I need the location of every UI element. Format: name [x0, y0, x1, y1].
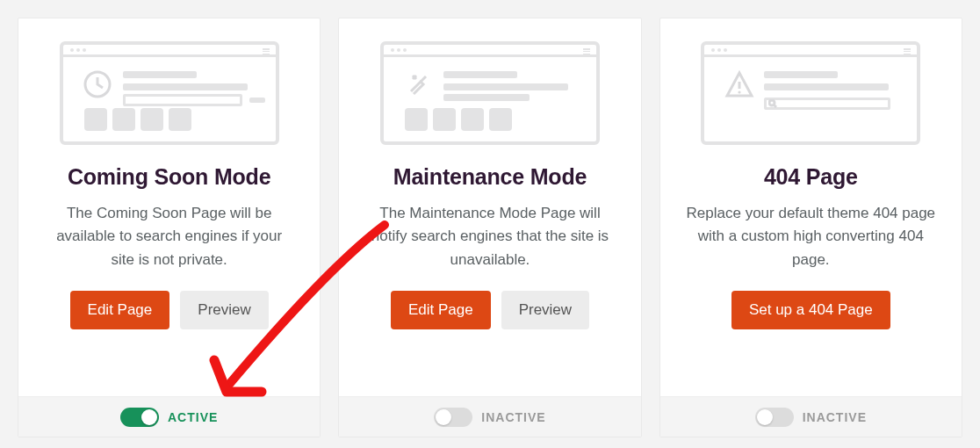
wireframe-coming-soon [60, 41, 279, 145]
cards-wrapper: Coming Soon Mode The Coming Soon Page wi… [0, 0, 980, 448]
card-maintenance: Maintenance Mode The Maintenance Mode Pa… [338, 18, 641, 437]
toggle-maintenance[interactable] [434, 408, 472, 427]
toggle-coming-soon[interactable] [120, 408, 159, 427]
preview-button[interactable]: Preview [501, 291, 589, 329]
svg-point-2 [769, 100, 775, 105]
preview-button[interactable]: Preview [180, 291, 268, 329]
status-label: INACTIVE [803, 410, 867, 424]
status-label: ACTIVE [168, 410, 218, 424]
card-desc: The Maintenance Mode Page will notify se… [362, 202, 617, 271]
edit-page-button[interactable]: Edit Page [391, 291, 491, 329]
card-title: Coming Soon Mode [68, 164, 271, 190]
tools-icon [403, 69, 433, 103]
setup-404-button[interactable]: Set up a 404 Page [731, 291, 890, 329]
card-title: 404 Page [764, 164, 858, 190]
status-label: INACTIVE [481, 410, 545, 424]
toggle-404[interactable] [755, 408, 794, 427]
card-title: Maintenance Mode [393, 164, 587, 190]
card-desc: The Coming Soon Page will be available t… [41, 202, 297, 271]
svg-point-1 [739, 90, 741, 93]
card-404: 404 Page Replace your default theme 404 … [659, 18, 962, 437]
wireframe-404 [701, 41, 920, 145]
edit-page-button[interactable]: Edit Page [70, 291, 170, 329]
card-desc: Replace your default theme 404 page with… [683, 202, 939, 271]
wireframe-maintenance [380, 41, 600, 145]
clock-icon [83, 69, 112, 103]
warning-icon [724, 69, 755, 103]
card-coming-soon: Coming Soon Mode The Coming Soon Page wi… [18, 18, 321, 437]
